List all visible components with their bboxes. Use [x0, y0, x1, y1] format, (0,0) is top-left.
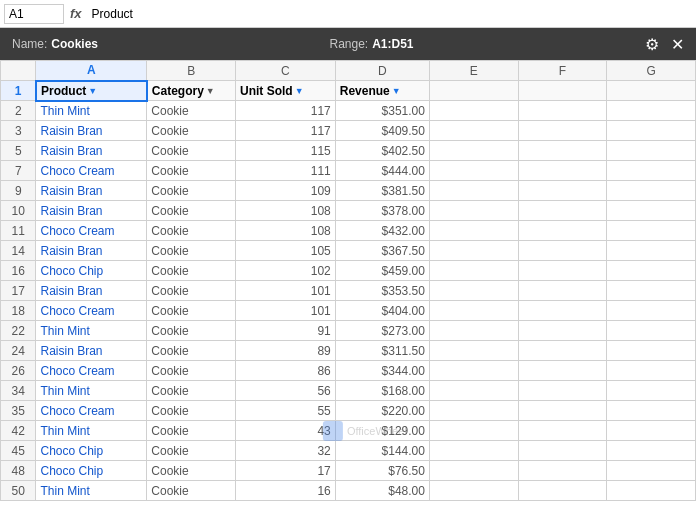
product-cell[interactable]: Choco Cream: [36, 301, 147, 321]
product-cell[interactable]: Choco Chip: [36, 441, 147, 461]
settings-button[interactable]: ⚙: [645, 35, 659, 54]
empty-cell: [518, 181, 607, 201]
row-number: 50: [1, 481, 36, 501]
col-header-a[interactable]: A: [36, 61, 147, 81]
product-cell[interactable]: Thin Mint: [36, 321, 147, 341]
product-cell[interactable]: Choco Cream: [36, 221, 147, 241]
category-cell: Cookie: [147, 221, 236, 241]
header-revenue[interactable]: Revenue▼: [335, 81, 429, 101]
empty-cell: [429, 301, 518, 321]
table-row: 11Choco CreamCookie108$432.00: [1, 221, 696, 241]
revenue-cell: $404.00: [335, 301, 429, 321]
table-header-row: 1 Product▼ Category▼ Unit Sold▼ Revenue▼: [1, 81, 696, 101]
header-f: [518, 81, 607, 101]
revenue-cell: $351.00: [335, 101, 429, 121]
empty-cell: [607, 321, 696, 341]
table-row: 7Choco CreamCookie111$444.00: [1, 161, 696, 181]
cell-reference-box[interactable]: [4, 4, 64, 24]
table-row: 2Thin MintCookie117$351.00: [1, 101, 696, 121]
revenue-cell: $444.00: [335, 161, 429, 181]
table-row: 10Raisin BranCookie108$378.00: [1, 201, 696, 221]
table-row: 50Thin MintCookie16$48.00: [1, 481, 696, 501]
col-header-g[interactable]: G: [607, 61, 696, 81]
filter-icon-category: ▼: [206, 86, 215, 96]
units-cell: 91: [235, 321, 335, 341]
product-cell[interactable]: Raisin Bran: [36, 241, 147, 261]
product-cell[interactable]: Choco Cream: [36, 161, 147, 181]
units-cell: 16: [235, 481, 335, 501]
empty-cell: [518, 141, 607, 161]
table-row: 45Choco ChipCookie32$144.00: [1, 441, 696, 461]
close-button[interactable]: ✕: [671, 35, 684, 54]
revenue-cell: $378.00: [335, 201, 429, 221]
row-number: 34: [1, 381, 36, 401]
revenue-cell: $311.50: [335, 341, 429, 361]
product-cell[interactable]: Raisin Bran: [36, 181, 147, 201]
header-unit-sold[interactable]: Unit Sold▼: [235, 81, 335, 101]
empty-cell: [429, 421, 518, 441]
units-cell: 108: [235, 201, 335, 221]
empty-cell: [429, 441, 518, 461]
revenue-cell: $432.00: [335, 221, 429, 241]
category-cell: Cookie: [147, 441, 236, 461]
header-category[interactable]: Category▼: [147, 81, 236, 101]
row-number: 9: [1, 181, 36, 201]
empty-cell: [518, 221, 607, 241]
row-number: 42: [1, 421, 36, 441]
product-cell[interactable]: Thin Mint: [36, 421, 147, 441]
category-cell: Cookie: [147, 381, 236, 401]
category-cell: Cookie: [147, 481, 236, 501]
empty-cell: [518, 301, 607, 321]
units-cell: 17: [235, 461, 335, 481]
product-cell[interactable]: Raisin Bran: [36, 201, 147, 221]
col-header-d[interactable]: D: [335, 61, 429, 81]
name-bar: Name: Cookies Range: A1:D51 ⚙ ✕: [0, 28, 696, 60]
empty-cell: [518, 341, 607, 361]
product-cell[interactable]: Raisin Bran: [36, 281, 147, 301]
table-row: 42Thin MintCookie43$129.00: [1, 421, 696, 441]
empty-cell: [518, 161, 607, 181]
header-g: [607, 81, 696, 101]
units-cell: 117: [235, 101, 335, 121]
formula-bar-container: fx: [0, 0, 696, 28]
empty-cell: [429, 321, 518, 341]
formula-input[interactable]: [88, 5, 692, 23]
product-cell[interactable]: Raisin Bran: [36, 141, 147, 161]
empty-cell: [518, 381, 607, 401]
empty-cell: [607, 101, 696, 121]
product-cell[interactable]: Raisin Bran: [36, 341, 147, 361]
col-header-e[interactable]: E: [429, 61, 518, 81]
name-value: Cookies: [51, 37, 98, 51]
product-cell[interactable]: Thin Mint: [36, 381, 147, 401]
empty-cell: [607, 381, 696, 401]
empty-cell: [429, 141, 518, 161]
product-cell[interactable]: Choco Chip: [36, 461, 147, 481]
category-cell: Cookie: [147, 161, 236, 181]
empty-cell: [607, 481, 696, 501]
table-row: 26Choco CreamCookie86$344.00: [1, 361, 696, 381]
header-product[interactable]: Product▼: [36, 81, 147, 101]
spreadsheet-grid[interactable]: A B C D E F G 1 Product▼ Category▼ Uni: [0, 60, 696, 531]
revenue-cell: $129.00: [335, 421, 429, 441]
data-table: A B C D E F G 1 Product▼ Category▼ Uni: [0, 60, 696, 501]
range-section: Range: A1:D51: [329, 37, 413, 51]
product-cell[interactable]: Thin Mint: [36, 101, 147, 121]
product-cell[interactable]: Choco Chip: [36, 261, 147, 281]
product-cell[interactable]: Choco Cream: [36, 361, 147, 381]
corner-header: [1, 61, 36, 81]
product-cell[interactable]: Choco Cream: [36, 401, 147, 421]
row-number: 10: [1, 201, 36, 221]
empty-cell: [518, 481, 607, 501]
category-cell: Cookie: [147, 461, 236, 481]
table-row: 9Raisin BranCookie109$381.50: [1, 181, 696, 201]
row-number: 17: [1, 281, 36, 301]
product-cell[interactable]: Raisin Bran: [36, 121, 147, 141]
name-bar-icons: ⚙ ✕: [645, 35, 684, 54]
col-header-b[interactable]: B: [147, 61, 236, 81]
col-header-f[interactable]: F: [518, 61, 607, 81]
empty-cell: [429, 221, 518, 241]
product-cell[interactable]: Thin Mint: [36, 481, 147, 501]
table-row: 22Thin MintCookie91$273.00: [1, 321, 696, 341]
col-header-c[interactable]: C: [235, 61, 335, 81]
category-cell: Cookie: [147, 181, 236, 201]
